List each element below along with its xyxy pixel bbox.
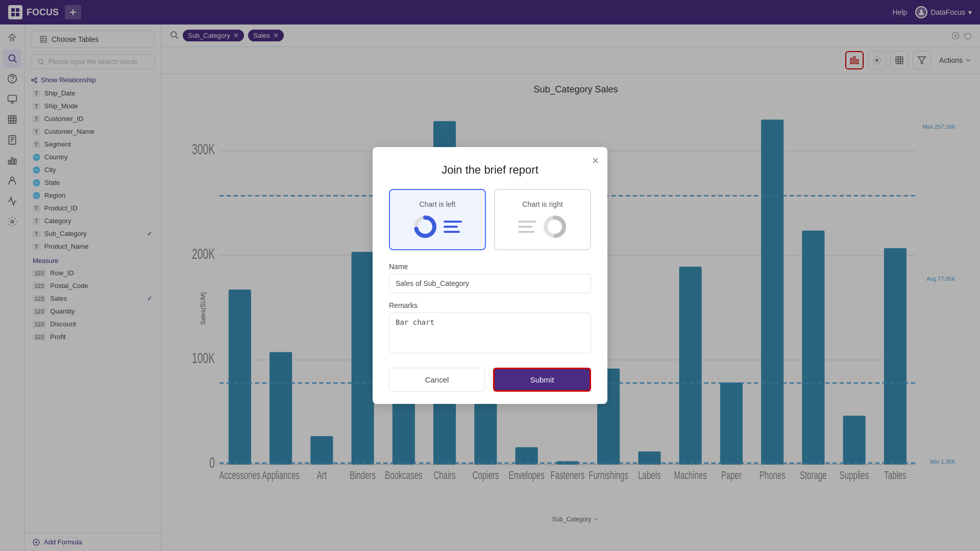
name-label: Name [389,262,591,271]
remarks-group: Remarks [389,301,591,355]
option-right-icon [518,214,567,239]
modal: ✕ Join the brief report Chart is left [373,147,607,404]
chart-option-left[interactable]: Chart is left [389,189,486,250]
submit-button[interactable]: Submit [493,368,591,392]
option-left-label: Chart is left [420,200,456,208]
chart-options: Chart is left Chart is [389,189,591,250]
modal-close-button[interactable]: ✕ [592,155,599,166]
chart-option-right[interactable]: Chart is right [494,189,591,250]
modal-overlay: ✕ Join the brief report Chart is left [0,0,980,551]
modal-form: Name Remarks [389,262,591,355]
option-right-label: Chart is right [522,200,562,208]
name-group: Name [389,262,591,293]
modal-title: Join the brief report [389,163,591,177]
cancel-button[interactable]: Cancel [389,368,485,392]
name-input[interactable] [389,274,591,293]
option-left-icon [413,214,462,239]
modal-footer: Cancel Submit [389,368,591,392]
remarks-label: Remarks [389,301,591,309]
remarks-input[interactable] [389,313,591,353]
